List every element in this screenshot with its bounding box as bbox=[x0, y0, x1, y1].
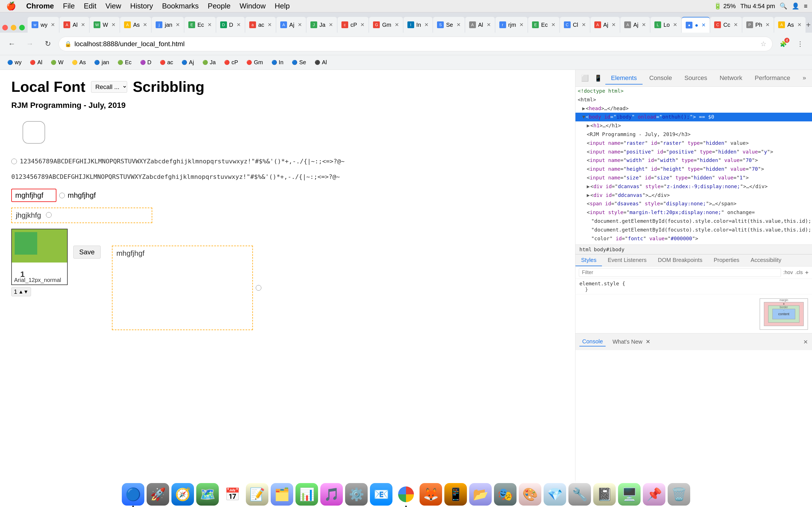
filter-cls[interactable]: .cls bbox=[795, 270, 803, 276]
dock-trash[interactable]: 🗑️ bbox=[668, 483, 690, 506]
tab-close-ac[interactable]: ✕ bbox=[267, 22, 272, 28]
devtools-device-button[interactable]: 📱 bbox=[592, 73, 604, 83]
devtools-tab-elements[interactable]: Elements bbox=[605, 72, 643, 84]
editable-text-box[interactable]: jhgjkhfg bbox=[11, 208, 152, 223]
bookmark-ac[interactable]: 🔴 ac bbox=[156, 58, 176, 67]
counter-arrows[interactable]: ▲▼ bbox=[18, 289, 29, 295]
history-menu[interactable]: History bbox=[129, 1, 155, 11]
dock-unknown5[interactable]: 💎 bbox=[544, 483, 566, 506]
edit-menu[interactable]: Edit bbox=[82, 1, 98, 11]
bookmark-al[interactable]: 🔴 Al bbox=[27, 58, 46, 67]
bookmark-ja[interactable]: 🟢 Ja bbox=[199, 58, 219, 67]
tab-close-ec1[interactable]: ✕ bbox=[207, 22, 212, 28]
div-dcanvas[interactable]: ▶<div id="dcanvas" style="z-index:-9;dis… bbox=[575, 182, 812, 191]
bookmark-cp[interactable]: 🔴 cP bbox=[221, 58, 241, 67]
tab-ec1[interactable]: E Ec ✕ bbox=[185, 17, 215, 33]
dock-calendar[interactable]: 📅 bbox=[221, 483, 244, 506]
devtools-tab-performance[interactable]: Performance bbox=[749, 72, 796, 84]
bookmark-d[interactable]: 🟣 D bbox=[137, 58, 155, 67]
file-menu[interactable]: File bbox=[61, 1, 77, 11]
breadcrumb-html[interactable]: html bbox=[579, 246, 592, 252]
tab-close-al[interactable]: ✕ bbox=[81, 22, 85, 28]
view-menu[interactable]: View bbox=[104, 1, 123, 11]
people-menu[interactable]: People bbox=[206, 1, 232, 11]
new-tab-button[interactable]: + bbox=[806, 17, 811, 33]
tab-jan[interactable]: j jan ✕ bbox=[152, 17, 184, 33]
tab-close-in[interactable]: ✕ bbox=[424, 22, 428, 28]
tab-ph[interactable]: P Ph ✕ bbox=[742, 17, 774, 33]
dock-launchpad[interactable]: 🚀 bbox=[147, 483, 169, 506]
back-button[interactable]: ← bbox=[4, 37, 19, 51]
tab-active[interactable]: ● ● ✕ bbox=[682, 17, 710, 33]
url-input[interactable]: localhost:8888/under_local_font.html bbox=[74, 40, 758, 48]
h3-line[interactable]: <RJM Programming - July, 2019</h3> bbox=[575, 130, 812, 139]
bookmark-as[interactable]: 🟡 As bbox=[68, 58, 89, 67]
tab-al2[interactable]: A Al ✕ bbox=[465, 17, 495, 33]
body-line[interactable]: ▼<body id="ibody" onload="onthuh();"> ==… bbox=[575, 113, 812, 121]
tab-close-wy[interactable]: ✕ bbox=[51, 22, 55, 28]
dock-unknown6[interactable]: 🔧 bbox=[568, 483, 591, 506]
tab-close-as[interactable]: ✕ bbox=[143, 22, 147, 28]
whats-new-close[interactable]: ✕ bbox=[646, 339, 651, 345]
tab-as2[interactable]: A As ✕ bbox=[774, 17, 805, 33]
tab-aj3[interactable]: A Aj ✕ bbox=[620, 17, 650, 33]
bookmark-wy[interactable]: 🔵 wy bbox=[4, 58, 25, 67]
bookmark-w[interactable]: 🟢 W bbox=[47, 58, 67, 67]
tab-al[interactable]: A Al ✕ bbox=[59, 17, 89, 33]
bookmark-aj[interactable]: 🔵 Aj bbox=[178, 58, 197, 67]
styles-tab-styles[interactable]: Styles bbox=[575, 255, 602, 266]
window-menu[interactable]: Window bbox=[238, 1, 267, 11]
head-line[interactable]: ▶<head>…</head> bbox=[575, 104, 812, 113]
tab-ac[interactable]: a ac ✕ bbox=[245, 17, 276, 33]
tab-as[interactable]: A As ✕ bbox=[120, 17, 151, 33]
dock-files[interactable]: 🗂️ bbox=[271, 483, 293, 506]
devtools-inspect-button[interactable]: ⬜ bbox=[579, 73, 591, 83]
help-menu[interactable]: Help bbox=[273, 1, 291, 11]
user-profile-icon[interactable]: 👤 bbox=[792, 3, 799, 10]
forward-button[interactable]: → bbox=[22, 37, 37, 51]
tab-close-gm[interactable]: ✕ bbox=[395, 22, 399, 28]
styles-tab-properties[interactable]: Properties bbox=[708, 255, 745, 266]
dock-unknown3[interactable]: 🎭 bbox=[494, 483, 516, 506]
bookmark-in[interactable]: 🔵 In bbox=[268, 58, 287, 67]
radio-input[interactable] bbox=[59, 193, 65, 198]
minimize-window-button[interactable] bbox=[11, 25, 16, 31]
tab-close-aj2[interactable]: ✕ bbox=[612, 22, 616, 28]
tab-close-lo[interactable]: ✕ bbox=[673, 22, 677, 28]
tab-close-as2[interactable]: ✕ bbox=[797, 22, 802, 28]
radio-text-display[interactable] bbox=[256, 285, 261, 291]
console-tab[interactable]: Console bbox=[579, 337, 606, 346]
reload-button[interactable]: ↻ bbox=[41, 37, 55, 51]
console-close-button[interactable]: ✕ bbox=[803, 339, 808, 345]
tab-aj1[interactable]: A Aj ✕ bbox=[276, 17, 306, 33]
tab-close-al2[interactable]: ✕ bbox=[487, 22, 491, 28]
tab-wy[interactable]: w wy ✕ bbox=[28, 17, 59, 33]
devtools-tab-more[interactable]: » bbox=[797, 72, 812, 84]
filter-hov[interactable]: :hov bbox=[783, 270, 793, 276]
maximize-window-button[interactable] bbox=[19, 25, 25, 31]
whats-new-tab[interactable]: What's New ✕ bbox=[610, 337, 653, 347]
tab-lo[interactable]: L Lo ✕ bbox=[651, 17, 681, 33]
address-bar[interactable]: 🔒 localhost:8888/under_local_font.html ☆ bbox=[59, 37, 772, 51]
tab-d[interactable]: D D ✕ bbox=[216, 17, 245, 33]
chrome-menu[interactable]: Chrome bbox=[24, 1, 56, 11]
tab-ja[interactable]: J Ja ✕ bbox=[306, 17, 337, 33]
div-ddcanvas[interactable]: ▶<div id="ddcanvas">…</div> bbox=[575, 191, 812, 200]
tab-close-rjm[interactable]: ✕ bbox=[519, 22, 523, 28]
save-button[interactable]: Save bbox=[73, 245, 101, 259]
devtools-tab-network[interactable]: Network bbox=[714, 72, 748, 84]
dock-mail[interactable]: 📧 bbox=[370, 483, 393, 506]
tab-close-ph[interactable]: ✕ bbox=[765, 22, 770, 28]
tab-aj2[interactable]: A Aj ✕ bbox=[591, 17, 620, 33]
dock-maps[interactable]: 🗺️ bbox=[196, 483, 219, 506]
more-button[interactable]: ⋮ bbox=[793, 37, 808, 51]
dock-system-prefs[interactable]: ⚙️ bbox=[345, 483, 368, 506]
text-input-main[interactable]: mghfjhgf bbox=[11, 189, 56, 202]
spotlight-icon[interactable]: 🔍 bbox=[779, 3, 787, 10]
extensions-button[interactable]: 🧩 4 bbox=[776, 37, 791, 51]
breadcrumb-body[interactable]: body#ibody bbox=[594, 246, 624, 252]
dock-safari[interactable]: 🧭 bbox=[171, 483, 194, 506]
text-display-area[interactable]: mhgfjhgf bbox=[112, 245, 253, 330]
dock-unknown4[interactable]: 🎨 bbox=[519, 483, 541, 506]
tab-gm[interactable]: G Gm ✕ bbox=[369, 17, 403, 33]
